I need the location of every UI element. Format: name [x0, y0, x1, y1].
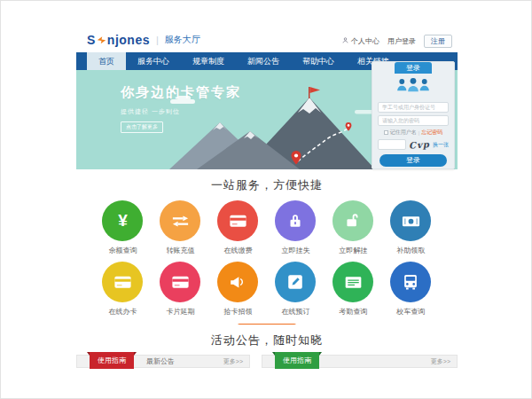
- personal-center-link[interactable]: 个人中心: [341, 36, 379, 46]
- service-label: 在线缴费: [209, 246, 267, 255]
- service-label: 考勤查询: [325, 307, 382, 317]
- megaphone-icon: [217, 262, 258, 302]
- service-label: 补助领取: [382, 246, 440, 255]
- service-item[interactable]: 在线办卡: [94, 262, 152, 317]
- service-item[interactable]: 转账充值: [152, 200, 209, 255]
- logo-text-rest: njones: [107, 33, 150, 47]
- captcha-refresh-link[interactable]: 换一张: [433, 141, 449, 149]
- remember-label: 记住用户名: [390, 129, 417, 137]
- service-item[interactable]: 在线预订: [267, 262, 325, 317]
- service-item[interactable]: 补助领取: [382, 200, 440, 255]
- right-more-link[interactable]: 更多>>: [431, 356, 450, 368]
- service-item[interactable]: 校车查询: [382, 262, 440, 317]
- hero-cta-button[interactable]: 点击了解更多: [121, 121, 163, 133]
- announcements-section: 活动公告，随时知晓 使用指南 最新公告 更多>> 使用指南 更多>>: [76, 325, 458, 373]
- logo-arrow-icon: [97, 32, 106, 48]
- person-icon: [341, 36, 349, 46]
- remember-divider: |: [419, 130, 420, 136]
- guide-panel-header-right: 使用指南 更多>>: [262, 355, 458, 368]
- login-submit-button[interactable]: 登录: [379, 154, 447, 167]
- remember-checkbox[interactable]: [384, 130, 388, 135]
- bus-icon: [390, 262, 431, 302]
- captcha-input[interactable]: [378, 139, 406, 150]
- announcements-title: 活动公告，随时知晓: [76, 325, 458, 348]
- service-label: 立即解挂: [325, 246, 382, 255]
- service-item[interactable]: 立即挂失: [267, 200, 325, 255]
- nav-item-帮助中心[interactable]: 帮助中心: [291, 52, 346, 70]
- user-login-link[interactable]: 用户登录: [387, 36, 416, 46]
- register-button[interactable]: 注册: [424, 35, 452, 48]
- banknote-icon: [390, 200, 431, 241]
- bank-card-icon: [102, 262, 143, 302]
- hero-title: 你身边的卡管专家: [121, 84, 241, 101]
- service-label: 拾卡招领: [209, 307, 267, 317]
- service-label: 卡片延期: [152, 307, 209, 317]
- service-item[interactable]: 拾卡招领: [209, 262, 267, 317]
- captcha-image[interactable]: Cvp: [409, 139, 430, 151]
- logo-text-prefix: S: [87, 33, 96, 47]
- services-title: 一站服务，方便快捷: [76, 169, 458, 193]
- page-frame: S njones | 服务大厅 个人中心 用户登录 注册: [0, 0, 532, 399]
- service-item[interactable]: 在线缴费: [209, 200, 267, 255]
- username-input[interactable]: [378, 102, 449, 113]
- password-input[interactable]: [378, 115, 449, 126]
- service-label: 在线预订: [267, 307, 325, 317]
- forgot-password-link[interactable]: 忘记密码: [421, 129, 442, 137]
- service-item[interactable]: 立即解挂: [325, 200, 382, 255]
- services-grid: ¥余额查询转账充值在线缴费立即挂失立即解挂补助领取在线办卡卡片延期拾卡招领在线预…: [76, 193, 458, 323]
- logo-divider: |: [156, 35, 159, 45]
- attendance-list-icon: [332, 262, 373, 302]
- guide-panel-header: 使用指南 最新公告 更多>>: [76, 355, 250, 368]
- hero-subtitle: 提供捷径 一步到位: [121, 107, 241, 116]
- nav-item-规章制度[interactable]: 规章制度: [181, 52, 236, 70]
- guide-ribbon-tab-right[interactable]: 使用指南: [275, 352, 319, 369]
- transfer-arrows-icon: [160, 200, 200, 241]
- hero-text-block: 你身边的卡管专家 提供捷径 一步到位 点击了解更多: [121, 84, 241, 133]
- unlock-icon: [332, 200, 373, 241]
- logo[interactable]: S njones | 服务大厅: [87, 32, 200, 48]
- left-more-link[interactable]: 更多>>: [223, 356, 243, 368]
- nav-item-新闻公告[interactable]: 新闻公告: [236, 52, 291, 70]
- service-label: 立即挂失: [267, 246, 325, 255]
- service-label: 在线办卡: [94, 307, 152, 317]
- remember-row: 记住用户名 | 忘记密码: [372, 129, 454, 137]
- site-container: S njones | 服务大厅 个人中心 用户登录 注册: [76, 27, 458, 373]
- top-bar: S njones | 服务大厅 个人中心 用户登录 注册: [76, 27, 458, 52]
- edit-pencil-icon: [275, 262, 316, 302]
- yen-symbol-icon: ¥: [102, 200, 143, 241]
- service-item[interactable]: ¥余额查询: [94, 200, 152, 255]
- nav-item-服务中心[interactable]: 服务中心: [126, 52, 181, 70]
- latest-announcements-tab[interactable]: 最新公告: [146, 356, 175, 368]
- lock-icon: [275, 200, 316, 241]
- service-label: 转账充值: [152, 246, 209, 255]
- service-label: 校车查询: [382, 307, 440, 317]
- captcha-row: Cvp 换一张: [372, 139, 454, 150]
- bank-card-icon: [160, 262, 200, 302]
- guide-ribbon-tab[interactable]: 使用指南: [90, 352, 134, 369]
- hero-banner: 你身边的卡管专家 提供捷径 一步到位 点击了解更多: [76, 70, 458, 169]
- services-section: 一站服务，方便快捷 ¥余额查询转账充值在线缴费立即挂失立即解挂补助领取在线办卡卡…: [76, 169, 458, 325]
- login-tab[interactable]: 登录: [395, 62, 432, 74]
- personal-center-label: 个人中心: [351, 36, 379, 46]
- user-login-label: 用户登录: [387, 36, 416, 46]
- bank-card-icon: [217, 200, 258, 241]
- login-panel: 登录 记住用户名 | 忘记密码: [372, 61, 455, 169]
- service-label: 余额查询: [94, 246, 152, 255]
- header-links: 个人中心 用户登录 注册: [341, 35, 452, 48]
- service-item[interactable]: 考勤查询: [325, 262, 382, 317]
- portal-name: 服务大厅: [165, 34, 200, 46]
- service-item[interactable]: 卡片延期: [152, 262, 209, 317]
- users-group-icon: [394, 76, 433, 94]
- announcement-bars: 使用指南 最新公告 更多>> 使用指南 更多>>: [76, 355, 458, 368]
- nav-item-首页[interactable]: 首页: [87, 52, 126, 70]
